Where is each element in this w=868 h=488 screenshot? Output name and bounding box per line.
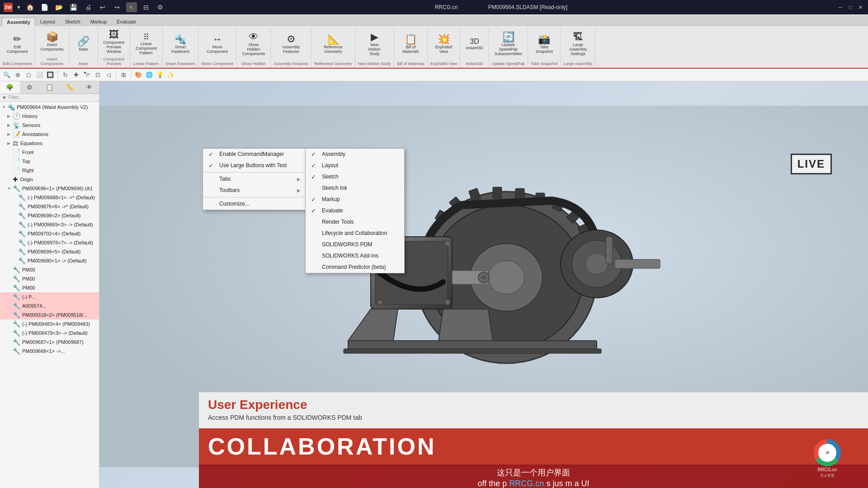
menu-tab-sw-addins[interactable]: SOLIDWORKS Add-Ins bbox=[306, 250, 404, 262]
tree-annotations[interactable]: ▶ 📝 Annotations bbox=[0, 130, 99, 139]
tree-root[interactable]: ▼ 🔩 PM009664 (Waist Assembly V2) bbox=[0, 103, 99, 112]
menu-tab-sw-pdm[interactable]: SOLIDWORKS PDM bbox=[306, 239, 404, 250]
tree-equations[interactable]: ▶ ⚖ Equations bbox=[0, 139, 99, 148]
tree-pm009876[interactable]: 🔧 PM009876<6> ->* (Default) bbox=[0, 202, 99, 211]
tree-pm00-1[interactable]: 🔧 PM00 bbox=[0, 265, 99, 274]
smart-fasteners-btn[interactable]: 🔩 SmartFasteners bbox=[169, 33, 192, 56]
tree-pm00-2[interactable]: 🔧 PM00 bbox=[0, 274, 99, 283]
tab-assembly[interactable]: Assembly bbox=[2, 18, 35, 26]
tree-pm009479[interactable]: 🔧 (-) PM009479<3> -> (Default) bbox=[0, 328, 99, 338]
section-view-btn[interactable]: ⬜ bbox=[34, 70, 44, 80]
tree-pm009698[interactable]: 🔧 PM009698<2> (Default) bbox=[0, 211, 99, 220]
comp-preview-btn[interactable]: 🖼 ComponentPreviewWindow bbox=[101, 28, 127, 56]
edit-component-btn[interactable]: ✏ EditComponent bbox=[4, 33, 31, 56]
tree-top[interactable]: 📄 Top bbox=[0, 157, 99, 166]
display-manager-tab[interactable]: 👁 bbox=[79, 81, 99, 94]
rotate-btn[interactable]: ↻ bbox=[60, 70, 70, 80]
mate-btn[interactable]: 🔗 Mate bbox=[72, 35, 95, 54]
tree-history[interactable]: ▶ 🕐 History bbox=[0, 112, 99, 121]
tree-pm009668[interactable]: 🔧 PM009668<1> ->... bbox=[0, 347, 99, 356]
view3d-btn[interactable]: ◻ bbox=[24, 70, 33, 80]
insert-components-btn[interactable]: 📦 InsertComponents bbox=[38, 30, 66, 54]
tree-pm009696[interactable]: ▼ 🔧 PM009696<1> (PM009696) (A1 bbox=[0, 184, 99, 193]
zoom-btn[interactable]: 🔭 bbox=[82, 70, 92, 80]
asm-features-btn[interactable]: ⚙ AssemblyFeatures bbox=[279, 33, 302, 56]
close-btn[interactable]: ✕ bbox=[856, 3, 864, 11]
menu-tabs[interactable]: Tabs ▶ bbox=[203, 174, 306, 185]
tree-pm009976[interactable]: 🔧 (-) PM009976<7> -> (Default) bbox=[0, 238, 99, 247]
scene-btn[interactable]: 🌐 bbox=[144, 70, 154, 80]
save-btn[interactable]: 💾 bbox=[68, 2, 79, 12]
tree-pm009483[interactable]: 🔧 (-) PM009483<4> (PM009483) bbox=[0, 319, 99, 328]
home-btn[interactable]: 🏠 bbox=[25, 2, 36, 12]
tree-pm009687[interactable]: 🔧 PM009687<1> (PM009687) bbox=[0, 338, 99, 347]
render-btn[interactable]: ✨ bbox=[166, 70, 176, 80]
new-btn[interactable]: 📄 bbox=[39, 2, 50, 12]
menu-large-buttons[interactable]: ✓ Use Large Buttons with Text bbox=[203, 160, 306, 171]
options-btn[interactable]: ⚙ bbox=[155, 2, 166, 12]
menu-toolbars[interactable]: Toolbars ▶ bbox=[203, 185, 306, 196]
menu-customize[interactable]: Customize... bbox=[203, 198, 306, 210]
tree-pm009669[interactable]: 🔧 (-) PM009669<3> -> (Default) bbox=[0, 220, 99, 229]
menu-tab-lifecycle[interactable]: Lifecycle and Collaboration bbox=[306, 228, 404, 239]
pan-btn[interactable]: ✚ bbox=[71, 70, 81, 80]
menu-tab-markup[interactable]: ✓ Markup bbox=[306, 194, 404, 205]
move-component-btn[interactable]: ↔ MoveComponent bbox=[204, 33, 231, 56]
view-btn[interactable]: ⊟ bbox=[141, 2, 151, 12]
menu-tab-sketch-ink[interactable]: Sketch Ink bbox=[306, 183, 404, 194]
ref-geometry-btn[interactable]: 📐 ReferenceGeometry bbox=[321, 33, 345, 56]
tree-pm009318[interactable]: 🔧 PM009318<2> (PM009518/... bbox=[0, 310, 99, 319]
large-asm-btn[interactable]: 🏗 LargeAssemblySettings bbox=[566, 30, 590, 58]
print-btn[interactable]: 🖨 bbox=[83, 2, 94, 12]
tab-evaluate[interactable]: Evaluate bbox=[112, 17, 141, 26]
linear-pattern-btn[interactable]: ⠿ LinearComponentPattern bbox=[133, 31, 160, 57]
speedpak-btn[interactable]: 🔄 UpdateSpeedPakSubassemblies bbox=[492, 30, 524, 58]
tab-markup[interactable]: Markup bbox=[85, 17, 112, 26]
filter-btn[interactable]: ⊕ bbox=[13, 70, 23, 80]
lights-btn[interactable]: 💡 bbox=[155, 70, 165, 80]
show-hidden-btn[interactable]: 👁 ShowHiddenComponents bbox=[239, 30, 268, 58]
redo-btn[interactable]: ↪ bbox=[112, 2, 123, 12]
bom-btn[interactable]: 📋 Bill ofMaterials bbox=[399, 33, 422, 56]
dim-xpert-tab[interactable]: 📏 bbox=[59, 81, 79, 94]
config-manager-tab[interactable]: 📋 bbox=[40, 81, 60, 94]
open-btn[interactable]: 📂 bbox=[54, 2, 65, 12]
tree-origin[interactable]: ✚ Origin bbox=[0, 175, 99, 184]
display-style-btn[interactable]: 🔲 bbox=[45, 70, 55, 80]
zoom-sel-btn[interactable]: ⊡ bbox=[93, 70, 103, 80]
menu-enable-commandmgr[interactable]: ✓ Enable CommandManager bbox=[203, 149, 306, 160]
tree-pm-error[interactable]: 🔧 (-) P... bbox=[0, 292, 99, 301]
tree-pm009699[interactable]: 🔧 PM009699<5> (Default) bbox=[0, 247, 99, 256]
std-views-btn[interactable]: ⊞ bbox=[118, 70, 128, 80]
tab-sketch[interactable]: Sketch bbox=[60, 17, 85, 26]
tree-right[interactable]: 📄 Right bbox=[0, 166, 99, 175]
tree-pm009680[interactable]: 🔧 PM009680<1> -> (Default) bbox=[0, 256, 99, 265]
select-btn[interactable]: ↖ bbox=[126, 2, 137, 12]
appearance-btn[interactable]: 🎨 bbox=[133, 70, 143, 80]
menu-tab-layout[interactable]: ✓ Layout bbox=[306, 160, 404, 171]
tree-front[interactable]: 📄 Front bbox=[0, 148, 99, 157]
menu-tab-sketch[interactable]: ✓ Sketch bbox=[306, 171, 404, 183]
menu-tab-assembly[interactable]: ✓ Assembly bbox=[306, 149, 404, 160]
minimize-btn[interactable]: ─ bbox=[836, 3, 844, 11]
tab-layout[interactable]: Layout bbox=[35, 17, 60, 26]
maximize-btn[interactable]: □ bbox=[846, 3, 854, 11]
menu-tab-evaluate[interactable]: ✓ Evaluate bbox=[306, 205, 404, 216]
menu-tab-cmd-predictor[interactable]: Command Predictor (beta) bbox=[306, 262, 404, 273]
tree-pm00-3[interactable]: 🔧 PM00 bbox=[0, 283, 99, 292]
instant3d-btn[interactable]: 3D Instant3D bbox=[463, 36, 486, 52]
property-manager-tab[interactable]: ⚙ bbox=[20, 81, 40, 94]
tree-sensors[interactable]: ▶ 📡 Sensors bbox=[0, 121, 99, 130]
menu-arrow[interactable]: ▼ bbox=[16, 5, 21, 10]
menu-tab-render-tools[interactable]: Render Tools bbox=[306, 216, 404, 228]
tree-pm009702[interactable]: 🔧 PM009702<4> (Default) bbox=[0, 229, 99, 238]
exploded-view-btn[interactable]: 💥 ExplodedView bbox=[433, 33, 455, 56]
tree-pm009688[interactable]: 🔧 (-) PM009688<1> ->* (Default) bbox=[0, 193, 99, 202]
prev-view-btn[interactable]: ◁ bbox=[104, 70, 113, 80]
undo-btn[interactable]: ↩ bbox=[97, 2, 108, 12]
tree-a009574[interactable]: 🔧 A009574... bbox=[0, 301, 99, 310]
search-btn[interactable]: 🔍 bbox=[2, 70, 12, 80]
feature-tree-tab[interactable]: 🌳 bbox=[0, 81, 20, 94]
snapshot-btn[interactable]: 📸 TakeSnapshot bbox=[533, 33, 556, 56]
motion-study-btn[interactable]: ▶ NewMotionStudy bbox=[363, 30, 386, 58]
